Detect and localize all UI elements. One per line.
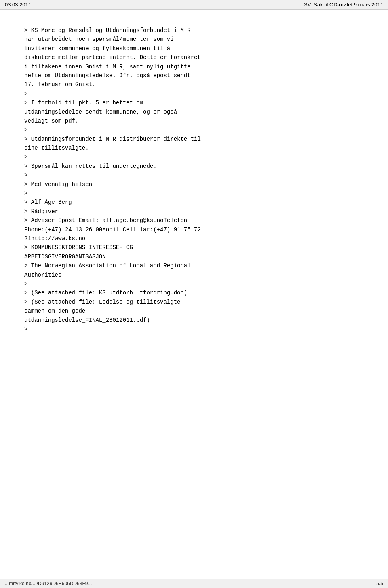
email-body: > KS Møre og Romsdal og Utdanningsforbun…	[24, 26, 364, 334]
top-bar: 03.03.2011 SV: Sak til OD-møtet 9.mars 2…	[0, 0, 388, 10]
bottom-bar: ...mrfylke.no/.../D9129D6E606DD63F9... 5…	[0, 579, 388, 588]
content-area: > KS Møre og Romsdal og Utdanningsforbun…	[0, 10, 388, 366]
bottom-url: ...mrfylke.no/.../D9129D6E606DD63F9...	[5, 581, 92, 586]
bottom-page: 5/5	[376, 581, 383, 586]
top-bar-subject: SV: Sak til OD-møtet 9.mars 2011	[304, 2, 383, 8]
top-bar-date: 03.03.2011	[5, 2, 31, 8]
